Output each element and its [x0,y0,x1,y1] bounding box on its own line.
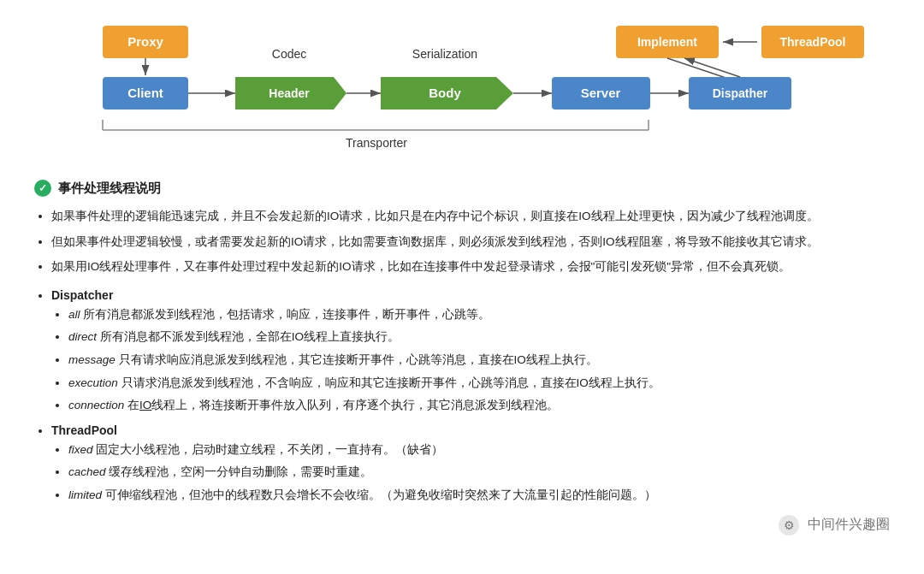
threadpool-fixed-key: fixed [68,443,93,456]
transporter-label: Transporter [346,136,407,150]
section1-title: 事件处理线程说明 [58,180,161,197]
dispatcher-direct-key: direct [68,330,97,343]
diagram-area: Codec Serialization Proxy Implement Thre… [0,0,924,163]
serialization-label: Serialization [412,47,477,61]
threadpool-item: ThreadPool fixed 固定大小线程池，启动时建立线程，不关闭，一直持… [51,423,890,505]
dispatcher-direct: direct 所有消息都不派发到线程池，全部在IO线程上直接执行。 [68,328,890,346]
threadpool-cached: cached 缓存线程池，空闲一分钟自动删除，需要时重建。 [68,463,890,482]
threadpool-limited: limited 可伸缩线程池，但池中的线程数只会增长不会收缩。（为避免收缩时突然… [68,486,890,505]
dispatcher-all-key: all [68,308,80,321]
implement-label: Implement [637,35,697,49]
dispatcher-execution-text: 只请求消息派发到线程池，不含响应，响应和其它连接断开事件，心跳等消息，直接在IO… [118,376,660,389]
watermark-icon: ⚙ [777,513,801,537]
threadpool-label-text: ThreadPool [51,423,117,437]
watermark: ⚙ 中间件兴趣圈 [34,513,890,537]
threadpool-limited-text: 可伸缩线程池，但池中的线程数只会增长不会收缩。（为避免收缩时突然来了大流量引起的… [102,488,656,501]
dispatcher-message-key: message [68,353,116,366]
section1-header: 事件处理线程说明 [34,180,890,197]
section1-list: 如果事件处理的逻辑能迅速完成，并且不会发起新的IO请求，比如只是在内存中记个标识… [34,207,890,276]
threadpool-cached-key: cached [68,465,106,478]
dispatcher-implement-arrow [684,58,740,77]
threadpool-limited-key: limited [68,488,102,501]
io-underline: IO [139,399,151,411]
threadpool-fixed: fixed 固定大小线程池，启动时建立线程，不关闭，一直持有。（缺省） [68,441,890,459]
client-label: Client [127,86,163,100]
section1-item-1: 如果事件处理的逻辑能迅速完成，并且不会发起新的IO请求，比如只是在内存中记个标识… [51,207,890,226]
dispatcher-all: all 所有消息都派发到线程池，包括请求，响应，连接事件，断开事件，心跳等。 [68,305,890,324]
dispatcher-inner-list: all 所有消息都派发到线程池，包括请求，响应，连接事件，断开事件，心跳等。 d… [51,305,890,415]
header-label: Header [269,86,310,100]
dispatcher-execution-key: execution [68,376,118,389]
dispatcher-message-text: 只有请求响应消息派发到线程池，其它连接断开事件，心跳等消息，直接在IO线程上执行… [116,353,598,366]
dispatcher-item: Dispatcher all 所有消息都派发到线程池，包括请求，响应，连接事件，… [51,288,890,415]
check-icon [34,180,51,197]
codec-label: Codec [272,47,306,61]
watermark-text: 中间件兴趣圈 [808,516,890,534]
body-label: Body [429,86,461,100]
threadpool-cached-text: 缓存线程池，空闲一分钟自动删除，需要时重建。 [106,465,373,478]
page-wrapper: Codec Serialization Proxy Implement Thre… [0,0,924,554]
dispatcher-connection: connection 在IO线程上，将连接断开事件放入队列，有序逐个执行，其它消… [68,396,890,415]
dispatcher-label-text: Dispatcher [51,288,113,302]
dispatcher-message: message 只有请求响应消息派发到线程池，其它连接断开事件，心跳等消息，直接… [68,351,890,370]
threadpool-fixed-text: 固定大小线程池，启动时建立线程，不关闭，一直持有。（缺省） [93,443,444,456]
content-area: 事件处理线程说明 如果事件处理的逻辑能迅速完成，并且不会发起新的IO请求，比如只… [0,163,924,554]
dispatcher-connection-key: connection [68,399,124,411]
dispatcher-execution: execution 只请求消息派发到线程池，不含响应，响应和其它连接断开事件，心… [68,374,890,393]
architecture-diagram: Codec Serialization Proxy Implement Thre… [26,17,898,163]
dispatcher-all-text: 所有消息都派发到线程池，包括请求，响应，连接事件，断开事件，心跳等。 [80,308,491,321]
threadpool-label: ThreadPool [779,35,845,49]
server-label: Server [581,86,621,100]
proxy-label: Proxy [127,34,163,49]
section1-item-2: 但如果事件处理逻辑较慢，或者需要发起新的IO请求，比如需要查询数据库，则必须派发… [51,233,890,251]
section2-outer-list: Dispatcher all 所有消息都派发到线程池，包括请求，响应，连接事件，… [34,288,890,505]
dispatcher-direct-text: 所有消息都不派发到线程池，全部在IO线程上直接执行。 [97,330,400,343]
dispatcher-label: Dispather [713,86,768,100]
section1-item-3: 如果用IO线程处理事件，又在事件处理过程中发起新的IO请求，比如在连接事件中发起… [51,257,890,276]
svg-text:⚙: ⚙ [784,518,795,532]
threadpool-inner-list: fixed 固定大小线程池，启动时建立线程，不关闭，一直持有。（缺省） cach… [51,441,890,505]
